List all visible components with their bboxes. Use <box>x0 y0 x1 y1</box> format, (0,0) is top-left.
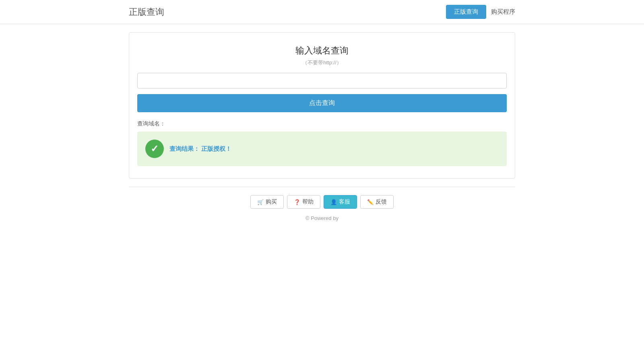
help-icon <box>294 199 300 205</box>
result-box: 查询结果： 正版授权！ <box>137 132 507 166</box>
service-button[interactable]: 客服 <box>324 195 357 209</box>
nav-buttons: 正版查询 购买程序 <box>446 5 515 19</box>
query-domain-label: 查询域名： <box>137 120 507 128</box>
result-text: 查询结果： 正版授权！ <box>169 145 231 153</box>
cart-icon <box>257 199 264 205</box>
main-container: 输入域名查询 （不要带http://） 点击查询 查询域名： 查询结果： 正版授… <box>129 24 515 229</box>
result-prefix: 查询结果： <box>169 145 200 152</box>
card-title: 输入域名查询 <box>137 45 507 57</box>
feedback-label: 反馈 <box>376 198 387 206</box>
footer-powered-by: © Powered by <box>129 215 515 221</box>
user-icon <box>330 199 337 205</box>
help-button[interactable]: 帮助 <box>287 195 320 209</box>
query-button[interactable]: 点击查询 <box>137 94 507 112</box>
check-icon <box>145 140 164 158</box>
nav-buy-button[interactable]: 购买程序 <box>491 8 515 16</box>
footer-buttons: 购买 帮助 客服 反馈 <box>129 195 515 209</box>
help-label: 帮助 <box>302 198 314 206</box>
buy-button[interactable]: 购买 <box>250 195 284 209</box>
feedback-button[interactable]: 反馈 <box>360 195 394 209</box>
nav-query-button[interactable]: 正版查询 <box>446 5 486 19</box>
divider <box>129 187 515 187</box>
buy-label: 购买 <box>266 198 277 206</box>
pencil-icon <box>367 199 374 205</box>
header: 正版查询 正版查询 购买程序 <box>0 0 644 24</box>
site-title: 正版查询 <box>129 6 164 18</box>
domain-input[interactable] <box>137 73 507 88</box>
card-subtitle: （不要带http://） <box>137 59 507 66</box>
service-label: 客服 <box>339 198 350 206</box>
result-status: 正版授权！ <box>201 145 231 152</box>
query-card: 输入域名查询 （不要带http://） 点击查询 查询域名： 查询结果： 正版授… <box>129 32 515 179</box>
